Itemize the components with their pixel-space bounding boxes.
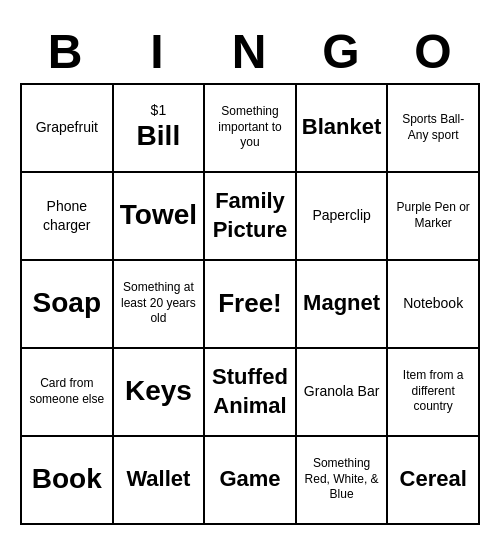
bingo-cell: Game: [205, 437, 297, 525]
bingo-cell: Soap: [22, 261, 114, 349]
bingo-header-letter: O: [388, 20, 480, 83]
bingo-cell: Grapefruit: [22, 85, 114, 173]
bingo-header-letter: I: [112, 20, 204, 83]
bingo-header-letter: B: [20, 20, 112, 83]
bingo-cell: Keys: [114, 349, 206, 437]
bingo-cell: Paperclip: [297, 173, 389, 261]
bingo-grid: Grapefruit$1BillSomething important to y…: [20, 83, 480, 525]
bingo-cell: Notebook: [388, 261, 480, 349]
bingo-cell: Something Red, White, & Blue: [297, 437, 389, 525]
bingo-cell: Stuffed Animal: [205, 349, 297, 437]
bingo-cell: Something important to you: [205, 85, 297, 173]
bingo-cell: Granola Bar: [297, 349, 389, 437]
bingo-cell: Towel: [114, 173, 206, 261]
bingo-cell: Sports Ball-Any sport: [388, 85, 480, 173]
bingo-cell: Family Picture: [205, 173, 297, 261]
bingo-cell: Card from someone else: [22, 349, 114, 437]
bingo-cell: Phone charger: [22, 173, 114, 261]
bingo-header: BINGO: [20, 20, 480, 83]
bingo-cell: Magnet: [297, 261, 389, 349]
bingo-cell: Blanket: [297, 85, 389, 173]
bingo-cell: Book: [22, 437, 114, 525]
bingo-cell: Something at least 20 years old: [114, 261, 206, 349]
bingo-cell: Wallet: [114, 437, 206, 525]
bingo-cell: Item from a different country: [388, 349, 480, 437]
bingo-header-letter: G: [296, 20, 388, 83]
bingo-card: BINGO Grapefruit$1BillSomething importan…: [10, 10, 490, 535]
bingo-header-letter: N: [204, 20, 296, 83]
bingo-cell: $1Bill: [114, 85, 206, 173]
bingo-cell: Free!: [205, 261, 297, 349]
bingo-cell: Purple Pen or Marker: [388, 173, 480, 261]
bingo-cell: Cereal: [388, 437, 480, 525]
